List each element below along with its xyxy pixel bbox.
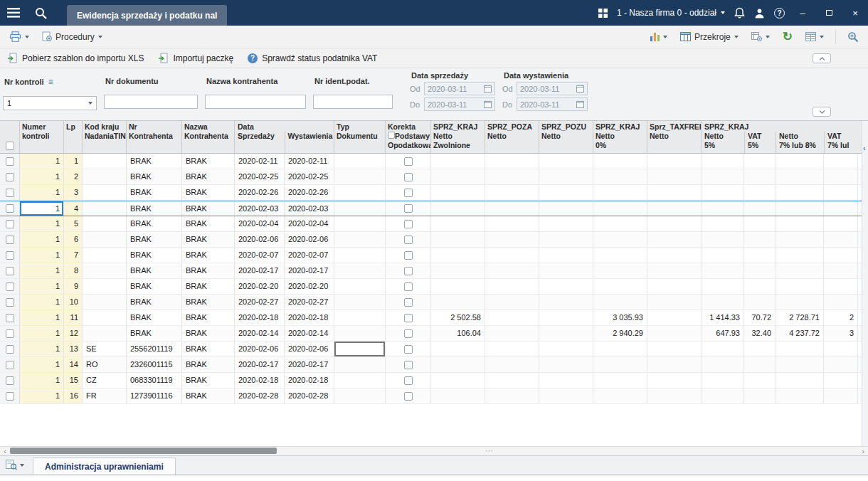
cell-nr_kontr[interactable]: BRAK <box>127 248 182 263</box>
row-checkbox[interactable] <box>6 298 14 307</box>
table-row[interactable]: 13BRAKBRAK2020-02-262020-02-26 <box>0 185 868 201</box>
cell-typ[interactable] <box>334 279 386 294</box>
cell-korekta[interactable] <box>386 326 431 341</box>
table-row[interactable]: 19BRAKBRAK2020-02-202020-02-20 <box>0 279 868 295</box>
col-header-vat-5[interactable]: VAT5% <box>744 132 776 153</box>
cell-netto0[interactable] <box>593 185 647 200</box>
cell-netto0[interactable] <box>593 357 647 372</box>
cell-wystawienia[interactable]: 2020-02-11 <box>285 154 334 169</box>
row-checkbox[interactable] <box>6 282 14 291</box>
col-header-lp[interactable]: Lp <box>64 121 83 153</box>
expand-panel-button[interactable] <box>813 107 831 117</box>
cell-netto78[interactable] <box>776 248 824 263</box>
pobierz-szablon-button[interactable]: Pobierz szablon do importu XLS <box>7 53 144 63</box>
cell-zwolnione[interactable] <box>431 373 485 388</box>
cell-poza[interactable] <box>485 185 539 200</box>
table-row[interactable]: 16BRAKBRAK2020-02-062020-02-06 <box>0 232 868 248</box>
user-button[interactable] <box>754 8 765 18</box>
table-row[interactable]: 15BRAKBRAK2020-02-042020-02-04 <box>0 216 868 232</box>
korekta-checkbox[interactable] <box>404 220 413 228</box>
cell-sprzedazy[interactable]: 2020-02-18 <box>235 310 285 325</box>
cell-poza[interactable] <box>485 232 539 247</box>
table-row[interactable]: 112BRAKBRAK2020-02-142020-02-14106.042 9… <box>0 326 868 342</box>
cell-lp[interactable]: 8 <box>64 263 83 278</box>
cell-sprzedazy[interactable]: 2020-02-18 <box>235 373 285 388</box>
cell-nazwa[interactable]: BRAK <box>182 248 235 263</box>
korekta-checkbox[interactable] <box>404 314 413 322</box>
cell-typ[interactable] <box>334 373 386 388</box>
col-header-netto-5[interactable]: Netto5% <box>702 132 744 153</box>
cell-zwolnione[interactable] <box>431 263 485 278</box>
cell-numer[interactable]: 1 <box>20 263 64 278</box>
cell-kod[interactable] <box>83 263 127 278</box>
cell-lp[interactable]: 6 <box>64 232 83 247</box>
cell-taxfrei[interactable] <box>647 169 702 184</box>
cell-lp[interactable]: 7 <box>64 248 83 263</box>
cell-sprzedazy[interactable]: 2020-02-03 <box>235 201 285 216</box>
cell-vat5[interactable] <box>744 201 776 216</box>
cell-netto78[interactable] <box>776 154 824 169</box>
cell-netto78[interactable] <box>776 342 824 356</box>
cell-numer[interactable]: 1 <box>20 373 64 388</box>
cell-wystawienia[interactable]: 2020-02-27 <box>285 295 334 310</box>
col-header-vat-78[interactable]: VAT7% lul <box>824 132 858 153</box>
cell-typ[interactable] <box>334 357 386 372</box>
cell-kod[interactable]: RO <box>83 357 127 372</box>
cell-vat5[interactable] <box>744 216 776 231</box>
korekta-checkbox[interactable] <box>404 157 413 166</box>
row-checkbox[interactable] <box>6 345 14 354</box>
cell-nazwa[interactable]: BRAK <box>182 154 235 169</box>
scrollbar-thumb[interactable] <box>10 448 277 454</box>
cell-lp[interactable]: 5 <box>64 216 83 231</box>
cell-vat78[interactable] <box>824 279 858 294</box>
row-checkbox[interactable] <box>6 189 14 197</box>
cell-nazwa[interactable]: BRAK <box>182 263 235 278</box>
cell-korekta[interactable] <box>386 373 431 388</box>
cell-nr_kontr[interactable]: BRAK <box>127 263 182 278</box>
cell-sprzedazy[interactable]: 2020-02-27 <box>235 295 285 310</box>
cell-zwolnione[interactable] <box>431 154 485 169</box>
cell-sprzedazy[interactable]: 2020-02-28 <box>235 388 285 403</box>
cell-numer[interactable]: 1 <box>20 326 64 341</box>
cell-vat78[interactable] <box>824 295 858 310</box>
cell-kod[interactable] <box>83 248 127 263</box>
cell-poza[interactable] <box>485 169 539 184</box>
cell-pozu[interactable] <box>539 232 593 247</box>
cell-zwolnione[interactable] <box>431 201 485 216</box>
cell-wystawienia[interactable]: 2020-02-04 <box>285 216 334 231</box>
col-header-sprz-taxfree[interactable]: Sprz_TAXFREINetto <box>647 121 702 153</box>
select-all-checkbox[interactable] <box>6 142 14 150</box>
cell-netto78[interactable] <box>776 232 824 247</box>
cell-netto5[interactable] <box>702 357 744 372</box>
cell-nr_kontr[interactable]: BRAK <box>127 216 182 231</box>
cell-numer[interactable]: 1 <box>20 248 64 263</box>
przekroje-button[interactable]: Przekroje <box>675 29 743 45</box>
row-checkbox[interactable] <box>6 314 14 322</box>
cell-sprzedazy[interactable]: 2020-02-17 <box>235 263 285 278</box>
cell-korekta[interactable] <box>386 232 431 247</box>
cell-vat5[interactable]: 70.72 <box>744 310 776 325</box>
cell-kod[interactable] <box>83 216 127 231</box>
cell-vat78[interactable] <box>824 373 858 388</box>
cell-netto78[interactable] <box>776 279 824 294</box>
cell-poza[interactable] <box>485 310 539 325</box>
cell-vat78[interactable] <box>824 388 858 403</box>
cell-korekta[interactable] <box>386 310 431 325</box>
cell-vat5[interactable] <box>744 388 776 403</box>
importuj-paczke-button[interactable]: Importuj paczkę <box>158 53 233 63</box>
cell-taxfrei[interactable] <box>647 357 702 372</box>
scroll-right-arrow[interactable]: › <box>858 447 868 455</box>
korekta-checkbox[interactable] <box>404 251 413 260</box>
chart-view-button[interactable] <box>645 29 673 44</box>
cell-kod[interactable]: CZ <box>83 373 127 388</box>
cell-typ[interactable] <box>334 263 386 278</box>
row-checkbox[interactable] <box>6 376 14 385</box>
cell-taxfrei[interactable] <box>647 201 702 216</box>
cell-netto5[interactable] <box>702 263 744 278</box>
cell-poza[interactable] <box>485 248 539 263</box>
cell-sprzedazy[interactable]: 2020-02-07 <box>235 248 285 263</box>
col-header-netto-78[interactable]: Netto7% lub 8% <box>776 132 824 153</box>
cell-netto0[interactable] <box>593 216 647 231</box>
cell-nr_kontr[interactable]: 0683301119 <box>127 373 182 388</box>
cell-numer[interactable]: 1 <box>20 279 64 294</box>
